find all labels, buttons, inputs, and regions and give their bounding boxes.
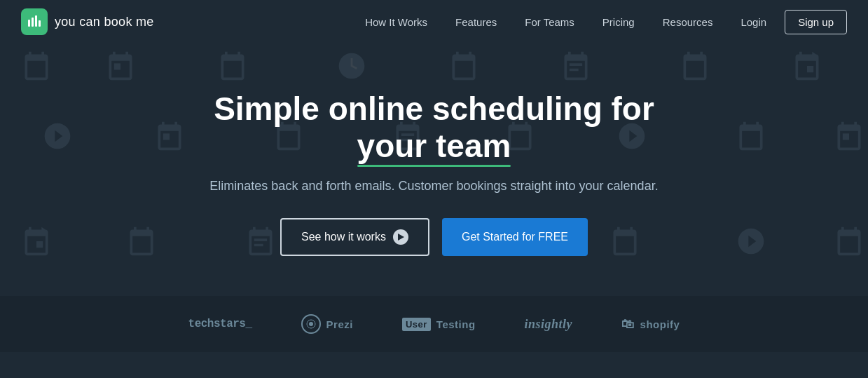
get-started-button[interactable]: Get Started for FREE	[442, 218, 588, 256]
nav-item-resources[interactable]: Resources	[649, 0, 727, 43]
headline-text-1: Simple online scheduling for	[214, 90, 654, 127]
hero-section: Simple online scheduling for your team E…	[0, 43, 868, 296]
insightly-logo: insightly	[525, 317, 573, 332]
usertesting-testing-text: Testing	[436, 318, 476, 330]
svg-rect-0	[28, 20, 30, 27]
prezi-circle-icon	[301, 314, 321, 334]
svg-rect-1	[32, 18, 34, 27]
see-how-button[interactable]: See how it works	[280, 218, 429, 256]
see-how-button-label: See how it works	[301, 231, 386, 243]
usertesting-logo: User Testing	[402, 318, 476, 331]
prezi-logo: Prezi	[301, 314, 353, 334]
signup-button[interactable]: Sign up	[785, 10, 847, 34]
play-icon	[393, 229, 408, 245]
nav-link-for-teams[interactable]: For Teams	[511, 0, 588, 43]
prezi-text: Prezi	[326, 318, 353, 330]
nav-link-resources[interactable]: Resources	[649, 0, 727, 43]
insightly-text: insightly	[525, 317, 573, 332]
svg-rect-3	[39, 20, 41, 27]
nav-item-features[interactable]: Features	[441, 0, 511, 43]
hero-headline: Simple online scheduling for your team	[154, 90, 715, 165]
nav-item-for-teams[interactable]: For Teams	[511, 0, 588, 43]
logos-bar: techstars_ Prezi User Testing insightly …	[0, 296, 868, 352]
brand-name: you can book me	[55, 15, 154, 29]
nav-link-how-it-works[interactable]: How It Works	[351, 0, 441, 43]
shopify-logo: 🛍 shopify	[621, 317, 680, 332]
nav-item-how-it-works[interactable]: How It Works	[351, 0, 441, 43]
shopify-text: shopify	[640, 318, 680, 330]
nav-item-pricing[interactable]: Pricing	[588, 0, 649, 43]
navbar: you can book me How It Works Features Fo…	[0, 0, 868, 43]
techstars-logo: techstars_	[188, 318, 252, 330]
hero-buttons: See how it works Get Started for FREE	[280, 218, 588, 256]
usertesting-user-box: User	[402, 318, 431, 331]
logo[interactable]: you can book me	[21, 8, 154, 35]
login-link[interactable]: Login	[726, 16, 780, 28]
techstars-text: techstars_	[188, 318, 252, 330]
svg-point-4	[339, 53, 365, 79]
nav-link-features[interactable]: Features	[441, 0, 511, 43]
shopify-bag-icon: 🛍	[621, 317, 635, 332]
svg-point-5	[309, 322, 313, 326]
logo-icon	[21, 8, 48, 35]
background-icons	[0, 43, 868, 296]
headline-highlight: your team	[357, 128, 511, 165]
hero-subtitle: Eliminates back and forth emails. Custom…	[209, 177, 658, 196]
svg-rect-2	[35, 15, 37, 27]
nav-links: How It Works Features For Teams Pricing …	[351, 0, 726, 43]
nav-link-pricing[interactable]: Pricing	[588, 0, 649, 43]
